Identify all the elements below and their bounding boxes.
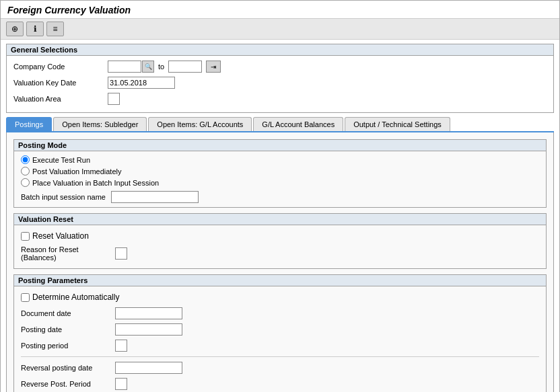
valuation-area-checkbox[interactable] bbox=[108, 93, 120, 105]
execute-test-run-label: Execute Test Run bbox=[32, 156, 90, 164]
batch-session-label: Batch input session name bbox=[21, 193, 106, 201]
back-icon: ⊕ bbox=[11, 24, 18, 34]
general-selections-body: Company Code 🔍 to ⇥ Valuation Key Date V… bbox=[7, 56, 553, 112]
tabs-container: Postings Open Items: Subledger Open Item… bbox=[6, 117, 554, 132]
execute-test-run-row: Execute Test Run bbox=[21, 155, 539, 164]
posting-period-checkbox[interactable] bbox=[115, 340, 127, 352]
valuation-key-date-label: Valuation Key Date bbox=[13, 79, 108, 87]
valuation-key-date-input[interactable] bbox=[108, 77, 175, 89]
tab-gl-account-balances-label: G/L Account Balances bbox=[262, 120, 335, 128]
posting-parameters-body: Determine Automatically Document date Po… bbox=[14, 286, 546, 392]
divider bbox=[21, 356, 539, 357]
document-date-input[interactable] bbox=[115, 307, 182, 319]
execute-test-run-radio[interactable] bbox=[21, 155, 30, 164]
menu-button[interactable]: ≡ bbox=[46, 22, 64, 36]
valuation-reset-body: Reset Valuation Reason for Reset (Balanc… bbox=[14, 225, 546, 268]
general-selections-section: General Selections Company Code 🔍 to ⇥ V… bbox=[6, 44, 554, 113]
reverse-post-period-label: Reverse Post. Period bbox=[21, 380, 115, 388]
post-valuation-radio[interactable] bbox=[21, 167, 30, 175]
determine-auto-checkbox[interactable] bbox=[21, 293, 30, 302]
company-code-to-input[interactable] bbox=[168, 61, 202, 73]
reason-reset-row: Reason for Reset (Balances) bbox=[21, 245, 539, 262]
valuation-area-label: Valuation Area bbox=[13, 95, 108, 103]
posting-mode-body: Execute Test Run Post Valuation Immediat… bbox=[14, 151, 546, 207]
menu-icon: ≡ bbox=[53, 24, 57, 34]
to-label: to bbox=[158, 63, 164, 71]
tab-gl-account-balances[interactable]: G/L Account Balances bbox=[253, 117, 343, 131]
tab-postings-label: Postings bbox=[15, 120, 43, 128]
title-bar: Foreign Currency Valuation bbox=[1, 1, 559, 19]
posting-parameters-title: Posting Parameters bbox=[14, 275, 546, 286]
posting-date-label: Posting date bbox=[21, 325, 115, 334]
reversal-posting-date-label: Reversal posting date bbox=[21, 364, 115, 372]
posting-date-input[interactable] bbox=[115, 323, 182, 336]
toolbar: ⊕ ℹ ≡ bbox=[1, 19, 559, 40]
posting-parameters-section: Posting Parameters Determine Automatical… bbox=[13, 274, 547, 392]
valuation-key-date-row: Valuation Key Date bbox=[13, 76, 547, 89]
posting-period-row: Posting period bbox=[21, 339, 539, 352]
tab-open-items-gl[interactable]: Open Items: G/L Accounts bbox=[148, 117, 252, 131]
reset-valuation-row: Reset Valuation bbox=[21, 229, 539, 243]
valuation-reset-title: Valuation Reset bbox=[14, 214, 546, 225]
posting-mode-section: Posting Mode Execute Test Run Post Valua… bbox=[13, 139, 547, 208]
main-window: Foreign Currency Valuation ⊕ ℹ ≡ General… bbox=[0, 0, 560, 392]
reason-reset-label: Reason for Reset (Balances) bbox=[21, 245, 115, 262]
tab-open-items-gl-label: Open Items: G/L Accounts bbox=[157, 120, 243, 128]
general-selections-title: General Selections bbox=[7, 44, 553, 56]
posting-date-row: Posting date bbox=[21, 323, 539, 336]
company-code-input[interactable] bbox=[108, 61, 141, 73]
tab-output-technical[interactable]: Output / Technical Settings bbox=[345, 117, 450, 131]
reset-valuation-label: Reset Valuation bbox=[32, 231, 89, 241]
range-select-button[interactable]: ⇥ bbox=[206, 61, 221, 73]
reverse-post-period-checkbox[interactable] bbox=[115, 378, 127, 390]
info-button[interactable]: ℹ bbox=[26, 22, 44, 36]
batch-session-input[interactable] bbox=[111, 191, 199, 203]
posting-period-label: Posting period bbox=[21, 342, 115, 350]
reset-valuation-checkbox[interactable] bbox=[21, 232, 30, 241]
company-code-label: Company Code bbox=[13, 63, 108, 71]
determine-auto-row: Determine Automatically bbox=[21, 290, 539, 304]
range-icon: ⇥ bbox=[211, 63, 216, 71]
batch-session-row: Batch input session name bbox=[21, 191, 539, 203]
reverse-post-period-row: Reverse Post. Period bbox=[21, 377, 539, 391]
tab-open-items-subledger-label: Open Items: Subledger bbox=[62, 120, 138, 128]
info-icon: ℹ bbox=[34, 24, 37, 34]
window-title: Foreign Currency Valuation bbox=[7, 5, 131, 15]
tab-postings[interactable]: Postings bbox=[6, 117, 52, 131]
determine-auto-label: Determine Automatically bbox=[32, 292, 119, 302]
post-valuation-label: Post Valuation Immediately bbox=[32, 167, 121, 175]
batch-input-row: Place Valuation in Batch Input Session bbox=[21, 178, 539, 187]
document-date-row: Document date bbox=[21, 307, 539, 320]
document-date-label: Document date bbox=[21, 309, 115, 317]
company-code-search-button[interactable]: 🔍 bbox=[142, 61, 154, 73]
reason-reset-checkbox[interactable] bbox=[115, 247, 127, 260]
tab-open-items-subledger[interactable]: Open Items: Subledger bbox=[53, 117, 147, 131]
reversal-posting-date-row: Reversal posting date bbox=[21, 361, 539, 375]
company-code-row: Company Code 🔍 to ⇥ bbox=[13, 60, 547, 73]
tab-output-technical-label: Output / Technical Settings bbox=[353, 120, 442, 128]
post-valuation-row: Post Valuation Immediately bbox=[21, 167, 539, 175]
posting-mode-title: Posting Mode bbox=[14, 140, 546, 151]
valuation-area-row: Valuation Area bbox=[13, 92, 547, 106]
batch-input-label: Place Valuation in Batch Input Session bbox=[32, 179, 159, 187]
reversal-posting-date-input[interactable] bbox=[115, 362, 182, 374]
tab-content-postings: Posting Mode Execute Test Run Post Valua… bbox=[6, 132, 554, 392]
batch-input-radio[interactable] bbox=[21, 178, 30, 187]
search-icon: 🔍 bbox=[145, 63, 152, 70]
valuation-reset-section: Valuation Reset Reset Valuation Reason f… bbox=[13, 213, 547, 269]
back-button[interactable]: ⊕ bbox=[6, 22, 24, 36]
